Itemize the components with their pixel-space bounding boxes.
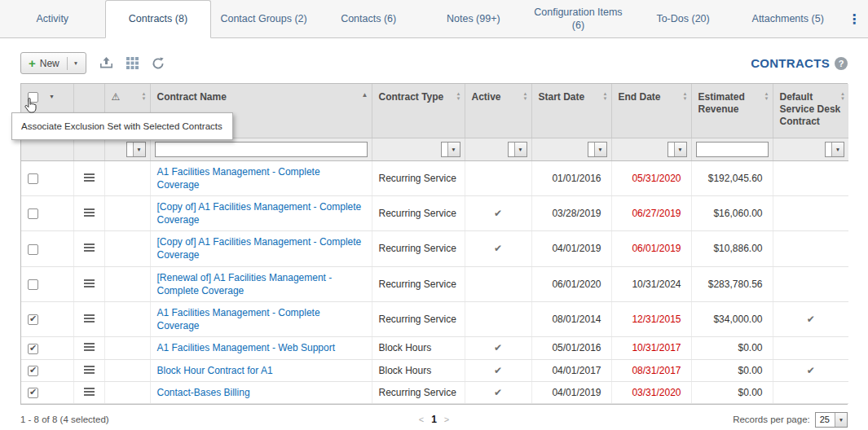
row-checkbox[interactable] — [28, 208, 38, 219]
tab-todos[interactable]: To-Dos (20) — [631, 0, 736, 37]
filter-cell-estimated-revenue — [691, 138, 773, 160]
records-per-page-label: Records per page: — [733, 415, 810, 424]
contract-name-filter-input[interactable] — [155, 142, 368, 157]
column-header-active[interactable]: Active ▲▼ — [465, 84, 531, 138]
filter-cell-empty — [73, 138, 104, 160]
row-select-cell — [21, 266, 73, 301]
row-estimated-revenue: $0.00 — [691, 337, 773, 359]
contracts-grid-area: ▼ ⚠ ▲▼ Contract Name ▲ Contract Type ▲ — [0, 83, 868, 405]
row-warning-cell — [104, 337, 150, 359]
row-start-date: 04/01/2019 — [531, 381, 611, 403]
context-menu-icon[interactable] — [84, 388, 95, 396]
chevron-down-icon: ▼ — [514, 143, 527, 156]
record-range-text: 1 - 8 of 8 (4 selected) — [20, 415, 109, 424]
chevron-down-icon: ▼ — [831, 143, 844, 156]
warning-filter-dropdown[interactable]: ▼ — [126, 142, 146, 157]
help-icon[interactable]: ? — [835, 57, 848, 70]
contract-link[interactable]: A1 Facilities Management - Complete Cove… — [157, 306, 365, 332]
estimated-revenue-filter-input[interactable] — [696, 142, 769, 157]
column-chooser-icon[interactable] — [126, 57, 139, 69]
tab-notes[interactable]: Notes (99+) — [421, 0, 527, 37]
row-warning-cell — [104, 231, 150, 266]
contract-link[interactable]: A1 Facilities Management - Web Support — [157, 341, 336, 354]
contract-link[interactable]: Contact-Bases Billing — [157, 386, 250, 399]
row-checkbox[interactable] — [28, 173, 38, 184]
default-service-desk-filter-dropdown[interactable]: ▼ — [825, 142, 844, 157]
table-row: [Renewal of] A1 Facilities Management - … — [21, 266, 848, 301]
row-checkbox[interactable] — [28, 344, 38, 354]
column-header-start-date[interactable]: Start Date ▲▼ — [531, 84, 611, 138]
row-start-date: 03/28/2019 — [531, 195, 611, 230]
contract-link[interactable]: [Renewal of] A1 Facilities Management - … — [157, 271, 365, 297]
table-row: A1 Facilities Management - Complete Cove… — [21, 302, 848, 337]
row-checkbox[interactable] — [28, 366, 38, 376]
column-header-contract-type[interactable]: Contract Type ▲▼ — [372, 84, 465, 138]
export-icon[interactable] — [99, 57, 113, 69]
row-start-date: 04/01/2017 — [531, 359, 611, 381]
row-end-date: 05/31/2020 — [611, 160, 691, 195]
context-menu-icon[interactable] — [84, 173, 95, 182]
new-button[interactable]: + New ▼ — [20, 52, 86, 74]
row-checkbox[interactable] — [28, 314, 38, 325]
records-per-page-select[interactable]: 25 ▼ — [815, 412, 848, 428]
tab-contact-groups[interactable]: Contact Groups (2) — [211, 0, 316, 37]
tab-contracts[interactable]: Contracts (8) — [105, 0, 212, 38]
menu-item-associate-exclusion-set[interactable]: Associate Exclusion Set with Selected Co… — [12, 113, 232, 139]
previous-page-icon[interactable]: < — [419, 415, 424, 424]
column-header-label: Contract Name — [157, 91, 227, 103]
context-menu-icon[interactable] — [84, 279, 95, 287]
row-select-cell — [21, 195, 73, 230]
end-date-filter-dropdown[interactable]: ▼ — [668, 142, 687, 157]
chevron-down-icon: ▼ — [133, 143, 145, 156]
context-menu-icon[interactable] — [84, 343, 95, 351]
chevron-down-icon: ▼ — [674, 143, 686, 156]
tab-bar: Activity Contracts (8) Contact Groups (2… — [0, 0, 868, 38]
context-menu-icon[interactable] — [84, 244, 95, 252]
contract-link[interactable]: [Copy of] A1 Facilities Management - Com… — [157, 200, 365, 226]
filter-cell-warning: ▼ — [104, 138, 150, 160]
row-name-cell: A1 Facilities Management - Web Support — [150, 337, 372, 359]
tab-attachments[interactable]: Attachments (5) — [735, 0, 840, 37]
row-estimated-revenue: $10,886.00 — [691, 231, 773, 266]
row-checkbox[interactable] — [28, 244, 38, 255]
contract-type-filter-dropdown[interactable]: ▼ — [441, 142, 460, 157]
row-start-date: 05/01/2016 — [531, 337, 611, 359]
row-default-service-desk-check — [773, 231, 848, 266]
next-page-icon[interactable]: > — [444, 415, 449, 424]
row-select-cell — [21, 337, 73, 359]
tab-contacts[interactable]: Contacts (6) — [316, 0, 421, 37]
active-filter-dropdown[interactable]: ▼ — [508, 142, 527, 157]
row-start-date: 04/01/2019 — [531, 231, 611, 266]
button-divider — [67, 57, 68, 70]
row-select-cell — [21, 231, 73, 266]
row-select-cell — [21, 302, 73, 337]
row-menu-cell — [73, 302, 104, 337]
column-header-estimated-revenue[interactable]: Estimated Revenue ▲▼ — [691, 84, 773, 138]
tab-activity[interactable]: Activity — [0, 0, 105, 37]
row-menu-cell — [73, 266, 104, 301]
row-end-date: 10/31/2017 — [611, 337, 691, 359]
start-date-filter-dropdown[interactable]: ▼ — [588, 142, 607, 157]
select-all-checkbox[interactable] — [28, 92, 38, 103]
contract-link[interactable]: A1 Facilities Management - Complete Cove… — [157, 165, 365, 191]
context-menu-icon[interactable] — [84, 208, 95, 217]
filter-cell-default-service-desk: ▼ — [773, 138, 848, 160]
column-header-default-service-desk[interactable]: Default Service Desk Contract ▲▼ — [773, 84, 848, 138]
context-menu-icon[interactable] — [84, 366, 95, 374]
contract-link[interactable]: [Copy of] A1 Facilities Management - Com… — [157, 235, 365, 261]
tab-configuration-items[interactable]: Configuration Items (6) — [526, 0, 631, 37]
selection-menu-caret-icon[interactable]: ▼ — [47, 92, 56, 103]
refresh-icon[interactable] — [152, 57, 165, 70]
row-default-service-desk-check: ✔ — [773, 359, 848, 381]
row-type-cell: Recurring Service — [372, 266, 465, 301]
column-header-end-date[interactable]: End Date ▲▼ — [611, 84, 691, 138]
row-estimated-revenue: $16,060.00 — [691, 195, 773, 230]
row-checkbox[interactable] — [28, 279, 38, 290]
sort-icons: ▲▼ — [523, 92, 528, 101]
sort-icons: ▲▼ — [603, 92, 608, 101]
context-menu-icon[interactable] — [84, 314, 95, 322]
kebab-menu-icon[interactable]: ⋮ — [840, 0, 868, 37]
new-dropdown-caret-icon[interactable]: ▼ — [73, 60, 78, 66]
row-checkbox[interactable] — [28, 388, 38, 398]
contract-link[interactable]: Block Hour Contract for A1 — [157, 364, 273, 377]
